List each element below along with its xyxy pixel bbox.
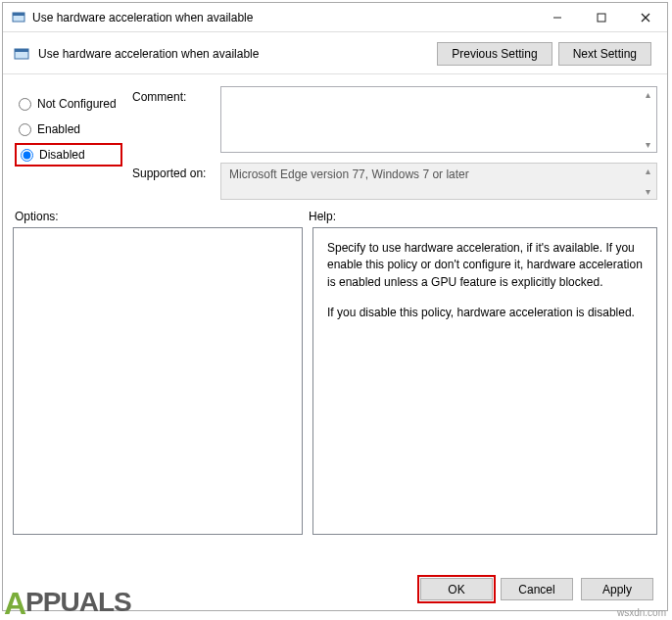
radio-not-configured-label: Not Configured — [37, 97, 117, 111]
radio-not-configured-input[interactable] — [19, 98, 31, 111]
maximize-button[interactable] — [579, 3, 623, 31]
help-text-p2: If you disable this policy, hardware acc… — [327, 305, 643, 321]
pane-label-row: Options: Help: — [3, 200, 667, 227]
comment-scrollbar[interactable]: ▴▾ — [641, 89, 654, 150]
supported-scrollbar[interactable]: ▴▾ — [641, 166, 654, 197]
ok-button[interactable]: OK — [420, 578, 493, 600]
policy-icon — [11, 10, 26, 25]
nav-button-group: Previous Setting Next Setting — [437, 42, 651, 66]
comment-row: Comment: ▴▾ — [132, 86, 657, 153]
help-pane: Specify to use hardware acceleration, if… — [312, 227, 657, 535]
supported-text: Microsoft Edge version 77, Windows 7 or … — [220, 163, 657, 200]
radio-disabled-input[interactable] — [21, 149, 33, 162]
options-label: Options: — [15, 210, 309, 223]
previous-setting-button[interactable]: Previous Setting — [437, 42, 552, 66]
close-button[interactable] — [623, 3, 667, 31]
svg-rect-7 — [15, 49, 28, 52]
radio-disabled-label: Disabled — [39, 148, 85, 162]
policy-title: Use hardware acceleration when available — [38, 47, 437, 61]
divider — [3, 73, 667, 74]
help-text-p1: Specify to use hardware acceleration, if… — [327, 240, 643, 291]
apply-button[interactable]: Apply — [581, 578, 653, 600]
watermark-text: wsxdn.com — [617, 607, 666, 618]
radio-disabled[interactable]: Disabled — [15, 143, 122, 167]
site-logo: APPUALS — [0, 582, 137, 620]
radio-enabled[interactable]: Enabled — [15, 118, 122, 141]
header-row: Use hardware acceleration when available… — [3, 32, 667, 73]
window-controls — [535, 3, 667, 31]
supported-label: Supported on: — [132, 163, 213, 200]
policy-icon — [13, 45, 30, 63]
comment-textarea[interactable]: ▴▾ — [220, 86, 657, 153]
dialog-button-bar: OK Cancel Apply — [420, 578, 653, 600]
supported-row: Supported on: Microsoft Edge version 77,… — [132, 163, 657, 200]
fields-column: Comment: ▴▾ Supported on: Microsoft Edge… — [132, 86, 657, 200]
minimize-button[interactable] — [535, 3, 579, 31]
svg-rect-1 — [13, 13, 24, 16]
radio-not-configured[interactable]: Not Configured — [15, 92, 122, 116]
config-area: Not Configured Enabled Disabled Comment:… — [3, 80, 667, 200]
svg-rect-3 — [598, 14, 605, 22]
help-label: Help: — [309, 210, 336, 223]
cancel-button[interactable]: Cancel — [501, 578, 573, 600]
options-pane — [13, 227, 303, 535]
radio-enabled-label: Enabled — [37, 122, 80, 136]
window-title: Use hardware acceleration when available — [32, 11, 535, 24]
logo-a-icon: A — [4, 586, 25, 620]
titlebar: Use hardware acceleration when available — [3, 3, 667, 32]
radio-enabled-input[interactable] — [19, 123, 31, 136]
state-radio-group: Not Configured Enabled Disabled — [15, 86, 122, 200]
logo-text: PPUALS — [25, 587, 131, 618]
panes-row: Specify to use hardware acceleration, if… — [3, 227, 667, 535]
next-setting-button[interactable]: Next Setting — [558, 42, 651, 66]
supported-value: Microsoft Edge version 77, Windows 7 or … — [229, 167, 469, 181]
dialog-window: Use hardware acceleration when available… — [2, 2, 668, 611]
comment-label: Comment: — [132, 86, 213, 153]
